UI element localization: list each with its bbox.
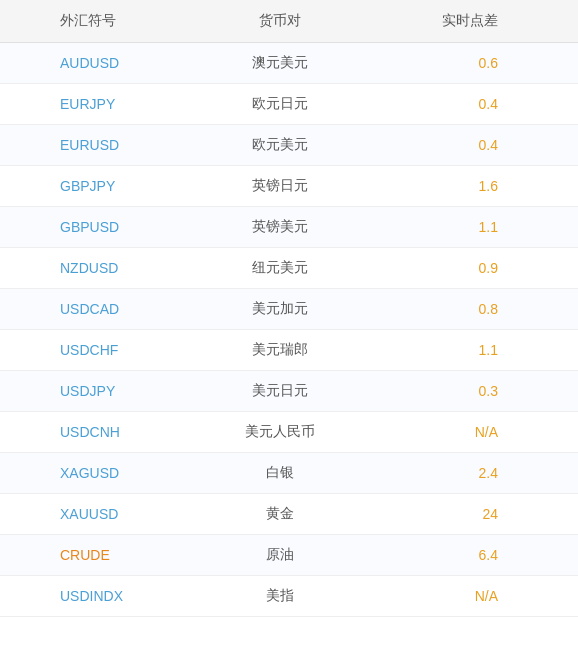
table-header-row: 外汇符号 货币对 实时点差 — [0, 0, 578, 43]
cell-pair: 英镑日元 — [202, 166, 357, 207]
cell-spread: N/A — [358, 576, 578, 617]
cell-symbol[interactable]: USDJPY — [0, 371, 202, 412]
cell-symbol[interactable]: NZDUSD — [0, 248, 202, 289]
table-row: EURUSD 欧元美元 0.4 — [0, 125, 578, 166]
cell-pair: 美元人民币 — [202, 412, 357, 453]
cell-pair: 白银 — [202, 453, 357, 494]
cell-pair: 美元日元 — [202, 371, 357, 412]
cell-symbol[interactable]: USDCNH — [0, 412, 202, 453]
table-row: XAGUSD 白银 2.4 — [0, 453, 578, 494]
cell-spread: 0.3 — [358, 371, 578, 412]
cell-spread: 0.8 — [358, 289, 578, 330]
cell-symbol[interactable]: USDCHF — [0, 330, 202, 371]
cell-pair: 黄金 — [202, 494, 357, 535]
cell-symbol[interactable]: USDCAD — [0, 289, 202, 330]
forex-table: 外汇符号 货币对 实时点差 AUDUSD 澳元美元 0.6 EURJPY 欧元日… — [0, 0, 578, 617]
cell-spread: 0.9 — [358, 248, 578, 289]
cell-spread: 24 — [358, 494, 578, 535]
cell-spread: 0.4 — [358, 84, 578, 125]
cell-pair: 澳元美元 — [202, 43, 357, 84]
cell-pair: 欧元美元 — [202, 125, 357, 166]
cell-spread: 1.1 — [358, 207, 578, 248]
cell-spread: 1.6 — [358, 166, 578, 207]
table-row: USDCAD 美元加元 0.8 — [0, 289, 578, 330]
cell-symbol[interactable]: EURUSD — [0, 125, 202, 166]
cell-spread: 0.4 — [358, 125, 578, 166]
table-row: AUDUSD 澳元美元 0.6 — [0, 43, 578, 84]
cell-pair: 美元瑞郎 — [202, 330, 357, 371]
cell-symbol[interactable]: XAGUSD — [0, 453, 202, 494]
cell-symbol[interactable]: AUDUSD — [0, 43, 202, 84]
cell-symbol[interactable]: GBPUSD — [0, 207, 202, 248]
cell-symbol[interactable]: CRUDE — [0, 535, 202, 576]
cell-spread: N/A — [358, 412, 578, 453]
table-row: USDCNH 美元人民币 N/A — [0, 412, 578, 453]
table-row: USDINDX 美指 N/A — [0, 576, 578, 617]
cell-spread: 1.1 — [358, 330, 578, 371]
cell-pair: 欧元日元 — [202, 84, 357, 125]
cell-spread: 6.4 — [358, 535, 578, 576]
table-row: EURJPY 欧元日元 0.4 — [0, 84, 578, 125]
table-row: XAUUSD 黄金 24 — [0, 494, 578, 535]
cell-pair: 原油 — [202, 535, 357, 576]
header-pair: 货币对 — [202, 0, 357, 43]
cell-pair: 美元加元 — [202, 289, 357, 330]
header-symbol: 外汇符号 — [0, 0, 202, 43]
cell-spread: 2.4 — [358, 453, 578, 494]
cell-symbol[interactable]: XAUUSD — [0, 494, 202, 535]
cell-pair: 美指 — [202, 576, 357, 617]
table-row: GBPUSD 英镑美元 1.1 — [0, 207, 578, 248]
table-row: USDCHF 美元瑞郎 1.1 — [0, 330, 578, 371]
header-spread: 实时点差 — [358, 0, 578, 43]
table-row: GBPJPY 英镑日元 1.6 — [0, 166, 578, 207]
cell-pair: 英镑美元 — [202, 207, 357, 248]
cell-pair: 纽元美元 — [202, 248, 357, 289]
cell-symbol[interactable]: GBPJPY — [0, 166, 202, 207]
table-row: CRUDE 原油 6.4 — [0, 535, 578, 576]
table-row: NZDUSD 纽元美元 0.9 — [0, 248, 578, 289]
cell-spread: 0.6 — [358, 43, 578, 84]
table-row: USDJPY 美元日元 0.3 — [0, 371, 578, 412]
cell-symbol[interactable]: USDINDX — [0, 576, 202, 617]
cell-symbol[interactable]: EURJPY — [0, 84, 202, 125]
